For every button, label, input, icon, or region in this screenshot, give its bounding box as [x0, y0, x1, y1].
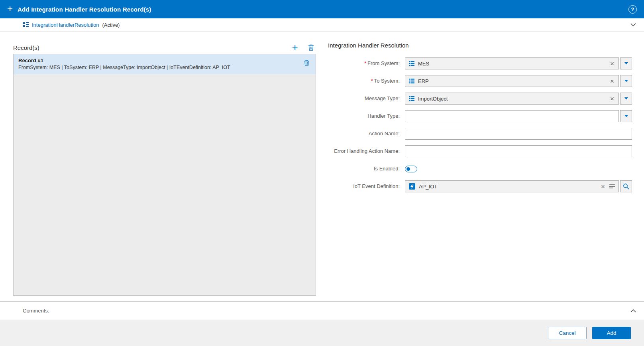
add-record-button[interactable]: +: [290, 42, 300, 53]
to-system-combobox[interactable]: ERP ×: [405, 75, 619, 87]
entity-link[interactable]: IntegrationHandlerResolution: [32, 22, 99, 28]
records-header: Record(s) +: [13, 41, 316, 54]
from-system-combobox[interactable]: MES ×: [405, 57, 619, 69]
message-type-label: Message Type:: [328, 95, 402, 102]
clear-icon[interactable]: ×: [609, 60, 615, 67]
iot-event-icon: [409, 183, 415, 190]
dialog-footer: Cancel Add: [0, 320, 644, 346]
from-system-row: *From System: MES ×: [328, 57, 632, 69]
record-summary: FromSystem: MES | ToSystem: ERP | Messag…: [18, 65, 302, 70]
error-handling-action-name-label: Error Handling Action Name:: [328, 148, 402, 154]
from-system-field: MES ×: [405, 57, 632, 69]
is-enabled-label: Is Enabled:: [328, 166, 402, 172]
comments-expand-chevron-icon[interactable]: [630, 309, 636, 312]
record-item[interactable]: Record #1 FromSystem: MES | ToSystem: ER…: [14, 54, 316, 74]
to-system-value: ERP: [418, 78, 606, 84]
dropdown-caret-icon: [624, 80, 628, 82]
clear-icon[interactable]: ×: [609, 95, 615, 102]
comments-bar: Comments:: [0, 301, 644, 320]
message-type-combobox[interactable]: ImportObject ×: [405, 93, 619, 105]
delete-records-button[interactable]: [306, 42, 316, 53]
entity-status: (Active): [102, 22, 120, 28]
form-title: Integration Handler Resolution: [328, 42, 632, 49]
handler-type-row: Handler Type:: [328, 110, 632, 122]
action-name-row: Action Name:: [328, 128, 632, 140]
message-type-field: ImportObject ×: [405, 93, 632, 105]
record-title: Record #1: [18, 57, 302, 63]
dialog-header: + Add Integration Handler Resolution Rec…: [0, 0, 644, 18]
from-system-dropdown-button[interactable]: [620, 57, 632, 69]
action-name-label: Action Name:: [328, 130, 402, 137]
iot-event-definition-value: AP_IOT: [419, 184, 597, 190]
trash-icon: [304, 60, 309, 66]
list-values-icon[interactable]: [609, 184, 615, 189]
help-icon[interactable]: ?: [628, 5, 637, 14]
dropdown-caret-icon: [624, 97, 628, 100]
to-system-row: *To System: ERP ×: [328, 75, 632, 87]
records-title: Record(s): [13, 44, 39, 51]
error-handling-action-name-row: Error Handling Action Name:: [328, 145, 632, 157]
action-name-input[interactable]: [405, 128, 632, 140]
iot-event-definition-input[interactable]: AP_IOT ×: [405, 180, 619, 192]
handler-type-field: [405, 110, 632, 122]
to-system-field: ERP ×: [405, 75, 632, 87]
add-icon: +: [7, 5, 13, 13]
required-marker: *: [371, 78, 373, 84]
required-marker: *: [364, 60, 366, 66]
search-icon: [623, 183, 629, 190]
entity-icon: [23, 22, 29, 28]
action-name-field: [405, 128, 632, 140]
dropdown-caret-icon: [624, 62, 628, 65]
error-handling-action-name-input[interactable]: [405, 145, 632, 157]
cancel-button[interactable]: Cancel: [548, 327, 587, 339]
handler-type-dropdown-button[interactable]: [620, 110, 632, 122]
clear-icon[interactable]: ×: [609, 78, 615, 85]
comments-label: Comments:: [23, 308, 49, 314]
from-system-value: MES: [418, 61, 606, 67]
list-icon: [409, 96, 414, 101]
handler-type-combobox[interactable]: [405, 110, 619, 122]
records-panel: Record(s) + Record #1 FromSystem: MES | …: [13, 41, 316, 301]
subheader-collapse-chevron-icon[interactable]: [630, 23, 636, 26]
handler-type-label: Handler Type:: [328, 113, 402, 119]
clear-icon[interactable]: ×: [600, 183, 606, 190]
to-system-label: *To System:: [328, 78, 402, 84]
add-record-dialog: + Add Integration Handler Resolution Rec…: [0, 0, 644, 346]
to-system-dropdown-button[interactable]: [620, 75, 632, 87]
message-type-dropdown-button[interactable]: [620, 93, 632, 105]
is-enabled-toggle[interactable]: [405, 166, 417, 172]
message-type-row: Message Type: ImportObject ×: [328, 93, 632, 105]
entity-subheader: IntegrationHandlerResolution (Active): [0, 18, 644, 32]
iot-event-definition-field: AP_IOT ×: [405, 180, 632, 192]
add-button[interactable]: Add: [592, 327, 631, 339]
detail-form-panel: Integration Handler Resolution *From Sys…: [328, 41, 632, 301]
dialog-title: Add Integration Handler Resolution Recor…: [18, 6, 151, 13]
record-list: Record #1 FromSystem: MES | ToSystem: ER…: [13, 54, 316, 296]
from-system-label: *From System:: [328, 60, 402, 67]
list-icon: [409, 79, 414, 83]
error-handling-action-name-field: [405, 145, 632, 157]
record-text: Record #1 FromSystem: MES | ToSystem: ER…: [18, 57, 302, 70]
iot-search-button[interactable]: [620, 180, 632, 192]
is-enabled-row: Is Enabled:: [328, 163, 632, 175]
delete-record-button[interactable]: [302, 59, 311, 67]
list-icon: [409, 61, 414, 66]
iot-event-definition-row: IoT Event Definition: AP_IOT ×: [328, 180, 632, 192]
is-enabled-field: [405, 166, 632, 172]
main-content: Record(s) + Record #1 FromSystem: MES | …: [0, 32, 644, 301]
dropdown-caret-icon: [624, 115, 628, 117]
iot-event-definition-label: IoT Event Definition:: [328, 183, 402, 190]
message-type-value: ImportObject: [418, 96, 606, 102]
toggle-knob: [406, 167, 410, 171]
trash-icon: [308, 44, 314, 51]
